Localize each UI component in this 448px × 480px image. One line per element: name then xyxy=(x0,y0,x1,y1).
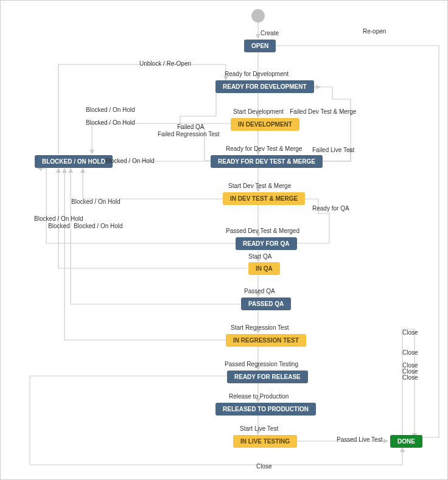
state-ready-qa[interactable]: READY FOR QA xyxy=(236,237,297,250)
label-close-5: Close xyxy=(402,374,418,381)
label-reopen: Re-open xyxy=(363,28,386,35)
label-close-bottom: Close xyxy=(256,463,272,470)
label-create: Create xyxy=(261,30,279,37)
state-blocked[interactable]: BLOCKED / ON HOLD xyxy=(35,155,113,168)
label-ready-for-qa: Ready for QA xyxy=(312,205,349,212)
label-passed-live: Passed Live Test xyxy=(337,436,382,443)
state-in-dev-test[interactable]: IN DEV TEST & MERGE xyxy=(223,192,305,205)
state-ready-release[interactable]: READY FOR RELEASE xyxy=(227,370,308,383)
label-close-2: Close xyxy=(402,349,418,356)
label-failed-regression: Failed Regression Test xyxy=(158,131,220,137)
label-close-1: Close xyxy=(402,329,418,336)
state-in-live[interactable]: IN LIVE TESTING xyxy=(233,435,297,448)
label-failed-dev-test: Failed Dev Test & Merge xyxy=(290,108,356,115)
state-done[interactable]: DONE xyxy=(390,435,422,448)
label-blocked-7: Blocked xyxy=(48,223,70,229)
label-release-prod: Release to Production xyxy=(229,393,289,400)
label-failed-qa: Failed QA xyxy=(177,123,204,130)
label-passed-dev-test: Passed Dev Test & Merged xyxy=(226,228,299,234)
label-start-dev: Start Development xyxy=(233,108,284,115)
label-passed-qa: Passed QA xyxy=(244,288,275,294)
state-passed-qa[interactable]: PASSED QA xyxy=(241,297,291,310)
label-blocked-3: Blocked / On Hold xyxy=(105,158,155,164)
start-node xyxy=(251,9,265,23)
label-ready-for-dev: Ready for Development xyxy=(225,71,289,77)
workflow-diagram: OPEN READY FOR DEVELOPMENT IN DEVELOPMEN… xyxy=(0,0,448,480)
label-blocked-6: Blocked / On Hold xyxy=(74,223,123,229)
state-ready-dev[interactable]: READY FOR DEVELOPMENT xyxy=(215,80,314,93)
label-start-dev-test: Start Dev Test & Merge xyxy=(228,183,291,189)
label-start-regression: Start Regression Test xyxy=(231,324,289,331)
label-unblock-reopen: Unblock / Re-Open xyxy=(139,60,191,67)
label-start-live: Start Live Test xyxy=(240,425,278,432)
label-blocked-4: Blocked / On Hold xyxy=(71,198,121,205)
label-failed-live-test: Failed Live Test xyxy=(312,147,354,153)
state-in-development[interactable]: IN DEVELOPMENT xyxy=(231,118,299,131)
label-blocked-1: Blocked / On Hold xyxy=(86,106,135,113)
label-blocked-2: Blocked / On Hold xyxy=(86,119,135,126)
state-released[interactable]: RELEASED TO PRODUCTION xyxy=(215,403,316,416)
label-passed-regression: Passed Regression Testing xyxy=(225,361,298,367)
label-ready-dev-test: Ready for Dev Test & Merge xyxy=(226,145,302,152)
label-start-qa: Start QA xyxy=(248,253,271,260)
state-in-regression[interactable]: IN REGRESSION TEST xyxy=(226,334,306,347)
state-open[interactable]: OPEN xyxy=(244,40,276,52)
state-ready-dev-test[interactable]: READY FOR DEV TEST & MERGE xyxy=(211,155,323,168)
state-in-qa[interactable]: IN QA xyxy=(248,262,280,275)
label-blocked-5: Blocked / On Hold xyxy=(34,215,83,222)
